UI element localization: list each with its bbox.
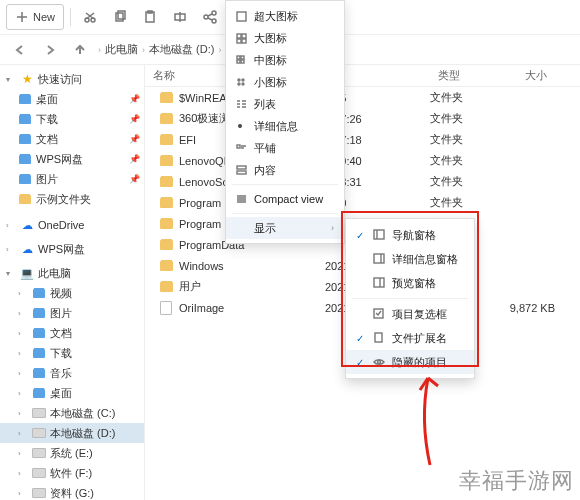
svg-rect-14: [242, 39, 246, 43]
view-list[interactable]: 列表: [226, 93, 344, 115]
icon-grid-icon: [234, 11, 248, 22]
header-size[interactable]: 大小: [485, 68, 555, 83]
breadcrumb[interactable]: › 此电脑 › 本地磁盘 (D:) ›: [98, 42, 221, 57]
check-dot-icon: [238, 124, 242, 128]
sidebar-diskf[interactable]: ›软件 (F:): [0, 463, 144, 483]
copy-button[interactable]: [107, 4, 133, 30]
file-type: 文件夹: [430, 195, 485, 210]
file-row[interactable]: $WinREAgent2:15文件夹: [145, 87, 580, 108]
folder-icon: [18, 172, 32, 186]
show-navigation-pane[interactable]: ✓导航窗格: [346, 223, 474, 247]
sidebar-music[interactable]: ›音乐: [0, 363, 144, 383]
view-large-icons[interactable]: 大图标: [226, 27, 344, 49]
sidebar-samplefolder[interactable]: 示例文件夹: [0, 189, 144, 209]
pane-icon: [372, 277, 386, 289]
breadcrumb-thispc[interactable]: 此电脑: [105, 42, 138, 57]
folder-icon: [159, 217, 173, 231]
show-submenu: ✓导航窗格 详细信息窗格 预览窗格 项目复选框 ✓文件扩展名 ✓隐藏的项目: [345, 218, 475, 379]
file-icon: [372, 332, 386, 344]
share-icon: [203, 10, 217, 24]
breadcrumb-diskd[interactable]: 本地磁盘 (D:): [149, 42, 214, 57]
list-icon: [234, 99, 248, 110]
sidebar-diskg[interactable]: ›资料 (G:): [0, 483, 144, 500]
sidebar-diskd[interactable]: ›本地磁盘 (D:): [0, 423, 144, 443]
view-menu: 超大图标 大图标 中图标 小图标 列表 详细信息 平铺 内容 Compact v…: [225, 0, 345, 244]
sidebar-diskc[interactable]: ›本地磁盘 (C:): [0, 403, 144, 423]
file-row[interactable]: LenovoSoftstore9 23:31文件夹: [145, 171, 580, 192]
svg-rect-26: [374, 230, 384, 239]
sidebar-wpscloud2[interactable]: ›☁WPS网盘: [0, 239, 144, 259]
cloud-icon: ☁: [20, 242, 34, 256]
sidebar-wpscloud[interactable]: WPS网盘📌: [0, 149, 144, 169]
star-icon: ★: [20, 72, 34, 86]
svg-rect-3: [118, 11, 125, 19]
up-button[interactable]: [68, 38, 92, 62]
cut-button[interactable]: [77, 4, 103, 30]
arrow-up-icon: [73, 43, 87, 57]
file-type: 文件夹: [430, 174, 485, 189]
sidebar-videos[interactable]: ›视频: [0, 283, 144, 303]
view-extra-large-icons[interactable]: 超大图标: [226, 5, 344, 27]
sidebar-downloads[interactable]: 下载📌: [0, 109, 144, 129]
svg-point-7: [212, 11, 216, 15]
show-item-checkboxes[interactable]: 项目复选框: [346, 302, 474, 326]
show-hidden-items[interactable]: ✓隐藏的项目: [346, 350, 474, 374]
share-button[interactable]: [197, 4, 223, 30]
sidebar-downloads2[interactable]: ›下载: [0, 343, 144, 363]
sidebar-documents[interactable]: 文档📌: [0, 129, 144, 149]
sidebar-pictures2[interactable]: ›图片: [0, 303, 144, 323]
sidebar-onedrive[interactable]: ›☁OneDrive: [0, 215, 144, 235]
sidebar-desktop2[interactable]: ›桌面: [0, 383, 144, 403]
file-row[interactable]: LenovoQMDownload6 19:40文件夹: [145, 150, 580, 171]
view-small-icons[interactable]: 小图标: [226, 71, 344, 93]
svg-rect-13: [237, 39, 241, 43]
sidebar-thispc[interactable]: ▾💻此电脑: [0, 263, 144, 283]
check-icon: ✓: [354, 333, 366, 344]
paste-button[interactable]: [137, 4, 163, 30]
file-row[interactable]: Program Files6:20文件夹: [145, 192, 580, 213]
svg-rect-11: [237, 34, 241, 38]
view-details[interactable]: 详细信息: [226, 115, 344, 137]
folder-icon: [18, 92, 32, 106]
view-content[interactable]: 内容: [226, 159, 344, 181]
rename-icon: [173, 10, 187, 24]
pin-icon: 📌: [129, 114, 140, 124]
file-row[interactable]: 360极速浏览器下载3 17:26文件夹: [145, 108, 580, 129]
folder-icon: [159, 280, 173, 294]
sidebar-quick-access[interactable]: ▾★快速访问: [0, 69, 144, 89]
sidebar-documents2[interactable]: ›文档: [0, 323, 144, 343]
view-compact[interactable]: Compact view: [226, 188, 344, 210]
sidebar-pictures[interactable]: 图片📌: [0, 169, 144, 189]
cloud-icon: ☁: [20, 218, 34, 232]
show-preview-pane[interactable]: 预览窗格: [346, 271, 474, 295]
svg-rect-18: [241, 60, 244, 63]
show-file-extensions[interactable]: ✓文件扩展名: [346, 326, 474, 350]
svg-point-22: [242, 83, 244, 85]
folder-icon: [159, 196, 173, 210]
show-details-pane[interactable]: 详细信息窗格: [346, 247, 474, 271]
header-type[interactable]: 类型: [430, 68, 485, 83]
sidebar-diske[interactable]: ›系统 (E:): [0, 443, 144, 463]
pin-icon: 📌: [129, 174, 140, 184]
disk-icon: [32, 426, 46, 440]
view-show-submenu[interactable]: 显示›: [226, 217, 344, 239]
new-button[interactable]: New: [6, 4, 64, 30]
svg-point-20: [242, 79, 244, 81]
eye-icon: [372, 356, 386, 368]
back-button[interactable]: [8, 38, 32, 62]
new-label: New: [33, 11, 55, 23]
view-tiles[interactable]: 平铺: [226, 137, 344, 159]
forward-button[interactable]: [38, 38, 62, 62]
paste-icon: [143, 10, 157, 24]
view-medium-icons[interactable]: 中图标: [226, 49, 344, 71]
separator: [70, 8, 71, 26]
file-name: 用户: [179, 279, 201, 294]
pane-icon: [372, 229, 386, 241]
rename-button[interactable]: [167, 4, 193, 30]
folder-icon: [18, 152, 32, 166]
pane-icon: [372, 253, 386, 265]
file-row[interactable]: EFI6 17:18文件夹: [145, 129, 580, 150]
file-icon: [159, 301, 173, 315]
sidebar-desktop[interactable]: 桌面📌: [0, 89, 144, 109]
file-type: 文件夹: [430, 132, 485, 147]
